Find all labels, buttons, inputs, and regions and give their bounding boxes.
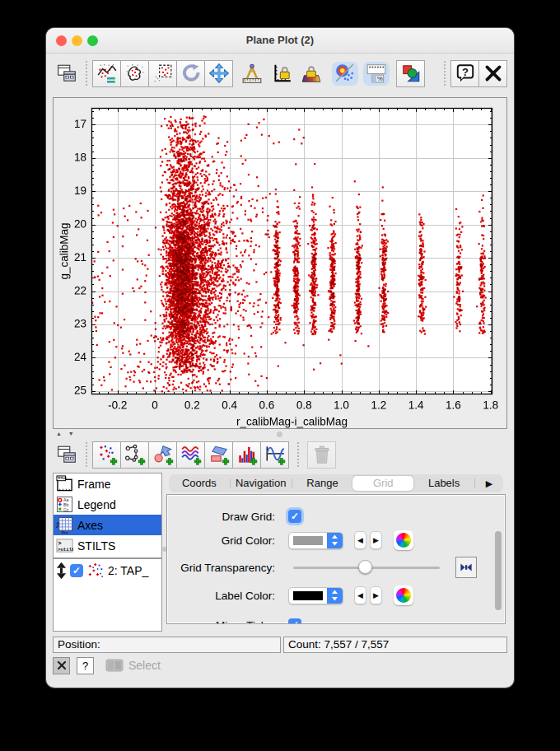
- grid-color-chooser-button[interactable]: [394, 530, 413, 550]
- windows-icon: [56, 444, 77, 465]
- window-control-button[interactable]: [53, 60, 81, 87]
- tab-coords[interactable]: Coords: [169, 475, 230, 492]
- help-button[interactable]: ?: [450, 60, 479, 87]
- title-bar[interactable]: Plane Plot (2): [46, 28, 514, 54]
- label-color-prev-button[interactable]: ◀: [354, 586, 366, 604]
- plot-canvas[interactable]: [54, 98, 506, 428]
- axes-lock-icon: [271, 63, 292, 84]
- layer-label: 2: TAP_: [108, 564, 148, 577]
- close-window-button[interactable]: [478, 60, 507, 87]
- add-histogram-layer-button[interactable]: [232, 441, 261, 469]
- combo-stepper-icon[interactable]: [327, 587, 343, 604]
- control-item-stilts[interactable]: > >stilts STILTS: [54, 535, 161, 556]
- slider-thumb[interactable]: [358, 560, 372, 574]
- label-color-swatch: [293, 591, 323, 600]
- label-color-chooser-button[interactable]: [394, 585, 413, 605]
- plot-splitter[interactable]: ▲ ▼: [53, 430, 507, 439]
- control-item-legend[interactable]: Aa Bb Cc Legend: [54, 494, 161, 515]
- lock-axes-button[interactable]: [268, 60, 296, 87]
- grid-transparency-row: Grid Transparency:: [167, 557, 505, 577]
- toolbar-separator: [86, 442, 87, 467]
- new-subset-button[interactable]: [92, 60, 121, 87]
- color-wheel-icon: [396, 588, 411, 603]
- progress-toggle-button[interactable]: %: [363, 62, 390, 86]
- toolbar-separator: [444, 61, 446, 86]
- add-area-layer-icon: [152, 444, 174, 465]
- add-position-layer-button[interactable]: [92, 441, 121, 469]
- zoom-region-icon: [152, 63, 174, 84]
- splitter-collapse-arrows[interactable]: ▲ ▼: [56, 431, 77, 436]
- grid-color-prev-button[interactable]: ◀: [354, 531, 366, 549]
- tab-navigation[interactable]: Navigation: [231, 475, 292, 492]
- draw-grid-label: Draw Grid:: [167, 511, 282, 523]
- label-color-label: Label Color:: [167, 590, 282, 602]
- tabs-overflow-button[interactable]: ▶: [475, 475, 503, 492]
- help-mode-button[interactable]: ?: [77, 657, 94, 674]
- footer-bar: ? Select: [53, 656, 161, 674]
- pan-button[interactable]: [204, 60, 233, 87]
- zoom-region-subset-button[interactable]: [148, 60, 177, 87]
- layer-row[interactable]: 2: TAP_: [54, 559, 161, 581]
- windows-icon: [56, 63, 77, 84]
- desktop-background: Plane Plot (2): [0, 0, 560, 751]
- gradient-lock-icon: [300, 63, 323, 84]
- export-button[interactable]: [396, 60, 425, 87]
- minor-ticks-checkbox[interactable]: [288, 618, 301, 624]
- splitter-handle-dot[interactable]: [277, 431, 282, 437]
- control-item-axes[interactable]: Yyy Xxx Axes: [54, 515, 161, 535]
- grid-settings-panel: Draw Grid: Grid Color: ◀ ▶ Grid Transpar…: [166, 494, 506, 624]
- minor-ticks-label: Minor Ticks:: [167, 619, 282, 625]
- tab-labels[interactable]: Labels: [413, 475, 474, 492]
- toolbar-separator: [297, 442, 299, 467]
- label-color-combo[interactable]: [288, 587, 343, 604]
- help-close-group: ?: [450, 60, 507, 87]
- svg-text:Xxx: Xxx: [62, 530, 68, 534]
- small-close-icon: [57, 660, 67, 670]
- window-title: Plane Plot (2): [46, 28, 514, 53]
- delete-layer-button[interactable]: [307, 441, 336, 469]
- grid-color-row: Grid Color: ◀ ▶: [167, 530, 505, 550]
- control-item-label: Legend: [77, 498, 116, 511]
- color-wheel-icon: [396, 533, 411, 548]
- draw-blob-subset-button[interactable]: [120, 60, 149, 87]
- control-item-label: STILTS: [77, 539, 115, 553]
- add-pair-layer-button[interactable]: [120, 441, 149, 469]
- panel-scrollbar-thumb[interactable]: [495, 531, 502, 610]
- draw-grid-checkbox[interactable]: [288, 510, 301, 523]
- select-mode-indicator[interactable]: Select: [105, 659, 161, 672]
- sketch-toggle-button[interactable]: [332, 62, 358, 86]
- toolbar-separator: [86, 61, 87, 86]
- add-function-layer-button[interactable]: [260, 441, 289, 469]
- measure-button[interactable]: [238, 60, 266, 87]
- add-layer-group: [92, 441, 289, 469]
- grid-color-next-button[interactable]: ▶: [370, 531, 382, 549]
- add-quad-layer-button[interactable]: [204, 441, 233, 469]
- grid-transparency-slider[interactable]: [293, 558, 440, 576]
- axes-grid-icon: Yyy Xxx: [56, 516, 73, 534]
- tab-grid[interactable]: Grid: [352, 476, 413, 491]
- control-item-frame[interactable]: TITLE Frame: [54, 473, 161, 494]
- add-link-layer-icon: [124, 444, 146, 465]
- count-label: Count: 7,557 / 7,557: [288, 638, 389, 651]
- label-color-next-button[interactable]: ▶: [370, 586, 382, 604]
- add-spectrogram-layer-button[interactable]: [176, 441, 205, 469]
- cancel-button[interactable]: [53, 657, 70, 674]
- combo-stepper-icon[interactable]: [327, 532, 343, 549]
- progress-percent-icon: %: [366, 63, 387, 84]
- replot-button[interactable]: [176, 60, 205, 87]
- replot-icon: [180, 63, 202, 84]
- add-area-layer-button[interactable]: [148, 441, 177, 469]
- add-histogram-layer-icon: [236, 444, 258, 465]
- transparency-reset-button[interactable]: [455, 557, 477, 578]
- add-function-layer-icon: [264, 444, 286, 465]
- sketch-density-icon: [334, 63, 356, 84]
- add-wave-layer-icon: [180, 444, 202, 465]
- reorder-updown-icon[interactable]: [56, 561, 67, 581]
- sticky-lock-button[interactable]: [297, 60, 325, 87]
- grid-color-combo[interactable]: [288, 532, 343, 549]
- layer-window-control-button[interactable]: [53, 441, 81, 469]
- position-label: Position:: [58, 638, 100, 651]
- layer-visible-checkbox[interactable]: [70, 564, 83, 577]
- tab-range[interactable]: Range: [292, 475, 353, 492]
- svg-text:Cc: Cc: [63, 507, 69, 512]
